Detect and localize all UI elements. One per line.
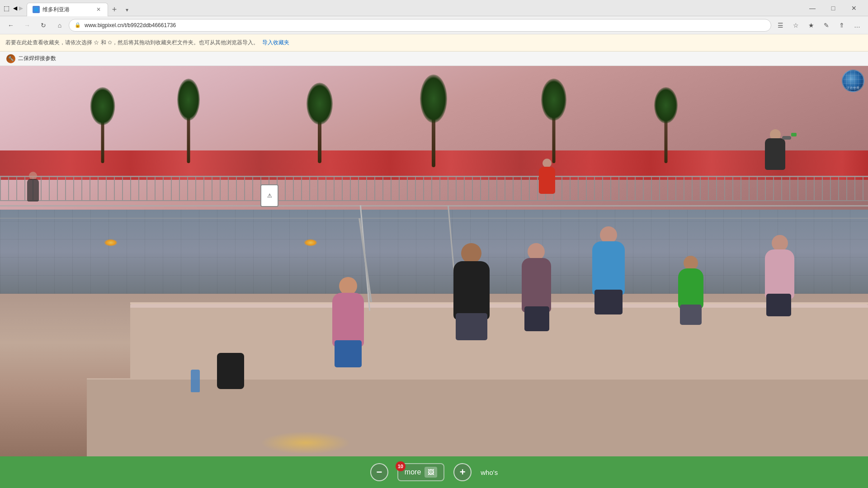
title-bar-controls: — □ ✕ [802, 0, 864, 16]
palm-tree-1 [87, 87, 118, 163]
back-arrow-icon: ◀ [13, 5, 17, 11]
bottom-glow [260, 432, 351, 454]
info-bar-text: 若要在此处查看收藏夹，请依次选择 ☆ 和 ✩，然后将其拖动到收藏夹栏文件夹。也可… [5, 39, 259, 47]
forward-button[interactable]: → [20, 18, 34, 33]
ground-light-2 [304, 239, 317, 246]
person-photographer [764, 129, 787, 188]
horizontal-handrail-2 [0, 218, 868, 219]
tab-dropdown-button[interactable]: ▾ [121, 4, 133, 16]
bench-top [130, 304, 868, 308]
seat-ledge-lower [87, 378, 868, 463]
maximize-button[interactable]: □ [823, 0, 844, 16]
content-area: ⚠ [0, 66, 868, 488]
active-tab[interactable]: 🌐 维多利亚港 ✕ [27, 3, 108, 16]
tab-favicon: 🌐 [33, 6, 40, 13]
person-kid-green [677, 256, 704, 328]
palm-tree-5 [538, 79, 570, 163]
home-button[interactable]: ⌂ [52, 18, 67, 33]
water-bottle [191, 370, 200, 392]
refresh-button[interactable]: ↻ [36, 18, 51, 33]
palm-tree-2 [174, 79, 203, 163]
window-controls-left: ⬚ ◀ ▶ [4, 5, 23, 12]
person-red [538, 159, 556, 204]
import-favorites-link[interactable]: 导入收藏夹 [262, 39, 289, 47]
image-icon: 🖼 [425, 467, 437, 478]
photo-scene: ⚠ [0, 66, 868, 488]
browser-frame: ⬚ ◀ ▶ 🌐 维多利亚港 ✕ + ▾ — □ ✕ ← → ↻ ⌂ 🔒 www.… [0, 0, 868, 488]
reading-view-button[interactable]: ☰ [773, 18, 788, 33]
close-button[interactable]: ✕ [844, 0, 864, 16]
minimize-button[interactable]: — [802, 0, 823, 16]
info-bar: 若要在此处查看收藏夹，请依次选择 ☆ 和 ✩，然后将其拖动到收藏夹栏文件夹。也可… [0, 34, 868, 52]
whos-label: who's [481, 469, 498, 476]
tab-close-button[interactable]: ✕ [95, 6, 102, 13]
bottom-toolbar: − 10 more 🖼 + who's [0, 456, 868, 488]
favorites-star-button[interactable]: ★ [804, 18, 818, 33]
new-tab-button[interactable]: + [108, 4, 121, 16]
palm-tree-3 [304, 83, 335, 163]
bookmark-avatar: 🔧 [6, 54, 15, 63]
bookmark-item[interactable]: 🔧 二保焊焊接参数 [4, 53, 59, 64]
back-button[interactable]: ← [4, 18, 18, 33]
more-badge: 10 [396, 461, 406, 471]
bookmark-bar: 🔧 二保焊焊接参数 [0, 52, 868, 66]
metal-fence [0, 176, 868, 201]
tab-bar: 🌐 维多利亚港 ✕ + ▾ [27, 0, 802, 16]
notes-button[interactable]: ✎ [819, 18, 834, 33]
palm-tree-6 [651, 87, 680, 163]
person-far-left [26, 172, 40, 208]
fence-sign: ⚠ [260, 184, 278, 207]
more-label: more [405, 468, 421, 476]
person-elderly-woman [764, 235, 796, 316]
nav-actions: ☰ ☆ ★ ✎ ⇑ … [773, 18, 864, 33]
backpack [217, 353, 244, 389]
lock-icon: 🔒 [75, 22, 81, 28]
title-bar: ⬚ ◀ ▶ 🌐 维多利亚港 ✕ + ▾ — □ ✕ [0, 0, 868, 16]
tab-title: 维多利亚港 [42, 6, 92, 14]
share-button[interactable]: ⇑ [835, 18, 849, 33]
palm-tree-4 [417, 75, 451, 167]
zoom-out-button[interactable]: − [370, 463, 388, 481]
person-man-black [451, 243, 492, 343]
browser-icon: ⬚ [4, 5, 9, 12]
person-blue-shirt [590, 226, 627, 317]
zoom-in-button[interactable]: + [453, 463, 472, 481]
horizontal-handrail [0, 205, 868, 206]
address-bar[interactable]: 🔒 www.bigpixel.cn/t/b9922ddb46661736 [69, 19, 771, 32]
bookmark-label: 二保焊焊接参数 [18, 55, 56, 62]
nav-bar: ← → ↻ ⌂ 🔒 www.bigpixel.cn/t/b9922ddb4666… [0, 16, 868, 34]
more-button[interactable]: 10 more 🖼 [397, 463, 444, 481]
plaza-ground [0, 210, 868, 294]
address-text: www.bigpixel.cn/t/b9922ddb46661736 [85, 22, 765, 28]
person-woman-pink [330, 277, 366, 367]
forward-arrow-icon: ▶ [19, 5, 23, 11]
favorites-button[interactable]: ☆ [788, 18, 803, 33]
globe-icon: 正在世界 [842, 70, 864, 92]
more-tools-button[interactable]: … [850, 18, 864, 33]
